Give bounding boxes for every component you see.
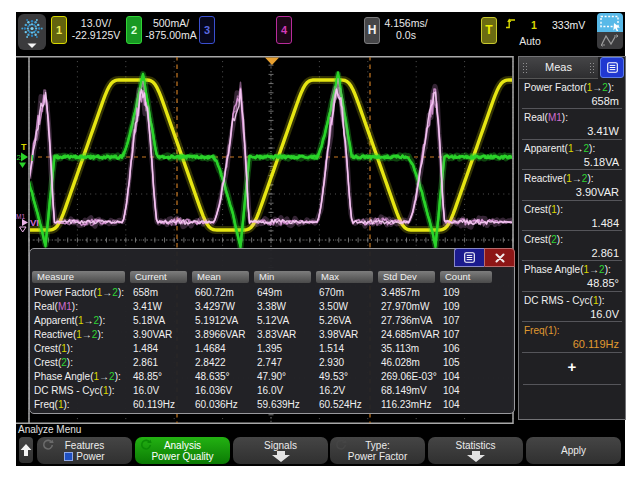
- channel-2-button[interactable]: 2: [126, 16, 142, 44]
- channel-2-readout: 500mA/ -875.00mA: [142, 17, 200, 41]
- list-icon: [464, 252, 475, 263]
- table-cell: 2.930: [319, 356, 344, 370]
- marker-label: VI: [30, 217, 39, 228]
- table-cell: 5.26VA: [319, 314, 351, 328]
- channel-1-button[interactable]: 1: [51, 16, 67, 44]
- softkey-sublabel: Power: [37, 451, 132, 462]
- table-cell: 3.50W: [319, 300, 348, 314]
- menu-title: Analyze Menu: [18, 424, 81, 435]
- sidebar-divider: [523, 384, 621, 385]
- table-cell: 1.484: [133, 342, 158, 356]
- measurement-label: Real(M1):: [524, 112, 568, 123]
- softkey-features[interactable]: FeaturesPower: [37, 437, 132, 464]
- measurement-sidebar: Meas Power Factor(1→2):658mReal(M1):3.41…: [518, 56, 626, 420]
- table-cell: 46.028m: [381, 356, 420, 370]
- channel-2-offset: -875.00mA: [142, 29, 200, 41]
- table-cell: 47.90°: [257, 370, 286, 384]
- keysight-logo-icon: [18, 14, 46, 50]
- table-cell: 16.0V: [133, 384, 159, 398]
- softkey-label: Analysis: [135, 440, 230, 451]
- table-row-label: DC RMS - Cyc(1):: [34, 384, 115, 398]
- measurement-entry[interactable]: Freq(1):60.119Hz: [519, 322, 625, 352]
- table-cell: 109: [443, 286, 460, 300]
- measurement-label: Crest(1):: [524, 204, 563, 215]
- sidebar-header[interactable]: Meas: [519, 57, 598, 79]
- menu-back-button[interactable]: [19, 437, 33, 463]
- checkbox-icon: [64, 452, 73, 461]
- measurement-entry[interactable]: Crest(1):1.484: [519, 201, 625, 231]
- softkey-label: Signals: [233, 440, 328, 451]
- horizontal-readout: 4.156ms/ 0.0s: [377, 17, 435, 41]
- measurement-entry[interactable]: Phase Angle(1→2):48.85°: [519, 261, 625, 291]
- channel-3-button[interactable]: 3: [199, 16, 215, 44]
- system-menu-button[interactable]: [18, 14, 46, 50]
- table-cell: 16.036V: [195, 384, 232, 398]
- measurement-value: 1.484: [591, 217, 619, 229]
- measurement-entry[interactable]: Crest(2):2.861: [519, 231, 625, 261]
- measurement-entry[interactable]: Apparent(1→2):5.18VA: [519, 140, 625, 170]
- softkey-type[interactable]: Type:Power Factor: [330, 437, 425, 464]
- table-cell: 16.2V: [319, 384, 345, 398]
- measurement-label: Reactive(1→2):: [524, 173, 593, 184]
- table-cell: 5.18VA: [133, 314, 165, 328]
- table-cell: 2.747: [257, 356, 282, 370]
- marker-label: T: [21, 142, 27, 152]
- measurement-label: Freq(1):: [524, 325, 560, 336]
- add-measurement-button[interactable]: +: [519, 358, 625, 375]
- waveform-nav-icon: [597, 32, 623, 49]
- trigger-edge-icon: [505, 18, 516, 29]
- table-cell: 3.4857m: [381, 286, 420, 300]
- marker-label: M1: [16, 213, 25, 220]
- measurement-entry[interactable]: Power Factor(1→2):658m: [519, 79, 625, 109]
- table-cell: 35.113m: [381, 342, 419, 356]
- softkey-analysis[interactable]: AnalysisPower Quality: [135, 437, 230, 464]
- table-header-cell: Std Dev: [378, 271, 435, 283]
- measurement-entry[interactable]: Reactive(1→2):3.90VAR: [519, 170, 625, 200]
- sidebar-menu-button[interactable]: [600, 57, 624, 78]
- measurement-value: 16.0V: [590, 308, 619, 320]
- measurement-label: Crest(2):: [524, 234, 563, 245]
- trigger-mode: Auto: [510, 35, 550, 47]
- table-cell: 1.395: [257, 342, 282, 356]
- table-row-label: Reactive(1→2):: [34, 328, 103, 342]
- softkey-statistics[interactable]: Statistics: [428, 437, 523, 464]
- measurement-value: 3.90VAR: [576, 186, 619, 198]
- oscilloscope-screen: 1 13.0V/ -22.9125V 2 500mA/ -875.00mA 3 …: [16, 12, 625, 466]
- table-cell: 3.90VAR: [133, 328, 172, 342]
- channel-1-scale: 13.0V/: [67, 17, 125, 29]
- table-cell: 104: [443, 384, 460, 398]
- sidebar-title: Meas: [519, 61, 598, 73]
- table-cell: 3.83VAR: [257, 328, 296, 342]
- table-cell: 269.06E-03°: [381, 370, 437, 384]
- softkey-signals[interactable]: Signals: [233, 437, 328, 464]
- touch-zone-button[interactable]: [597, 13, 623, 49]
- table-row-label: Phase Angle(1→2):: [34, 370, 121, 384]
- measurement-entry[interactable]: Real(M1):3.41W: [519, 109, 625, 139]
- softkey-label: Features: [37, 440, 132, 451]
- table-cell: 649m: [257, 286, 282, 300]
- trigger-key[interactable]: T: [481, 17, 497, 44]
- measurement-entry[interactable]: DC RMS - Cyc(1):16.0V: [519, 292, 625, 322]
- table-cell: 670m: [319, 286, 344, 300]
- table-cell: 48.85°: [133, 370, 162, 384]
- table-close-button[interactable]: [484, 248, 515, 267]
- softkey-label: Statistics: [428, 440, 523, 451]
- softkey-apply[interactable]: Apply: [526, 437, 621, 464]
- chevron-down-icon: [28, 44, 37, 49]
- table-cell: 3.8966VAR: [195, 328, 245, 342]
- measurement-value: 3.41W: [587, 125, 619, 137]
- trigger-source: 1: [531, 19, 537, 31]
- table-cell: 48.635°: [195, 370, 230, 384]
- channel-2-scale: 500mA/: [142, 17, 200, 29]
- table-menu-button[interactable]: [454, 248, 484, 267]
- table-cell: 3.41W: [133, 300, 162, 314]
- rect-select-icon: [597, 13, 623, 32]
- table-cell: 658m: [133, 286, 158, 300]
- table-cell: 60.524Hz: [319, 398, 362, 412]
- channel-4-button[interactable]: 4: [276, 16, 292, 44]
- table-cell: 27.736mVA: [381, 314, 433, 328]
- measurement-value: 2.861: [591, 247, 619, 259]
- table-row-label: Power Factor(1→2):: [34, 286, 124, 300]
- close-icon: [495, 253, 505, 263]
- table-cell: 1.4684: [195, 342, 226, 356]
